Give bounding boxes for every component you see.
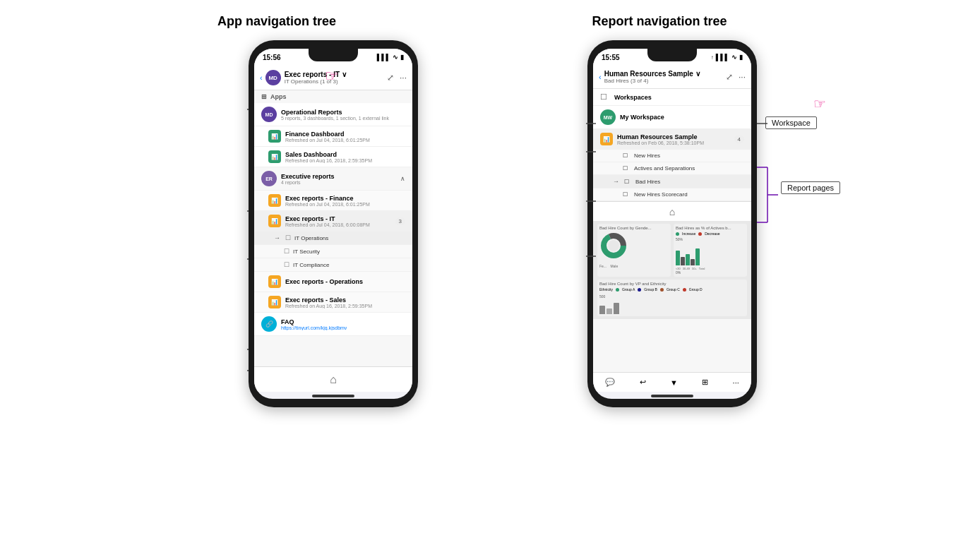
sales-dashboard-title: Sales Dashboard: [285, 151, 405, 158]
sales-icon: 📊: [268, 150, 281, 163]
right-right-labels: Workspace Report pages: [760, 40, 844, 407]
operational-reports-subtitle: 5 reports, 3 dashboards, 1 section, 1 ex…: [281, 116, 405, 121]
right-app-bar: ‹ Human Resources Sample ∨ Bad Hires (3 …: [593, 66, 751, 89]
label-report-pages-box: Report pages: [781, 181, 840, 194]
more-bottom-icon[interactable]: ···: [733, 378, 739, 387]
eth-bar3: [614, 303, 619, 314]
exec-sales-item[interactable]: 📊 Exec reports - Sales Refreshed on Aug …: [254, 292, 412, 313]
right-app-title: Human Resources Sample ∨: [604, 70, 726, 78]
filter-icon[interactable]: ▼: [670, 378, 678, 387]
zero-label: 0%: [676, 270, 745, 275]
app-title-block-left: Exec reports - IT ∨ IT Operations (1 of …: [285, 71, 387, 85]
new-hires-label: New Hires: [634, 152, 660, 159]
decrease-dot: [698, 232, 702, 236]
new-hires-scorecard-page[interactable]: ☐ New Hires Scorecard: [593, 188, 751, 201]
it-comp-icon: ☐: [284, 261, 289, 268]
it-compliance-label: IT Compliance: [293, 262, 329, 268]
chevron-up-icon: ∧: [400, 175, 405, 182]
bar5: [695, 248, 700, 265]
actives-label: Actives and Separations: [634, 165, 695, 172]
new-hires-icon: ☐: [623, 152, 628, 159]
operational-reports-content: Operational Reports 5 reports, 3 dashboa…: [281, 109, 405, 121]
finance-dashboard-content: Finance Dashboard Refreshed on Jul 04, 2…: [285, 131, 405, 143]
finance-dashboard-item[interactable]: 📊 Finance Dashboard Refreshed on Jul 04,…: [254, 126, 412, 147]
chart-row-bottom: Bad Hire Count by VP and Ethnicity Ethni…: [597, 280, 747, 316]
actives-icon: ☐: [623, 165, 628, 172]
right-phone-screen: 15:55 Safari ↑ ▌▌▌ ∿ ▮ ‹ Human Res: [593, 49, 751, 399]
back-button-left[interactable]: ‹: [260, 73, 263, 82]
executive-reports-title: Executive reports: [281, 173, 396, 180]
expand-icon-right[interactable]: ⤢: [726, 72, 733, 82]
exec-it-subtitle: Refreshed on Jul 04, 2018, 6:00:08PM: [285, 222, 391, 227]
it-ops-icon: ☐: [285, 234, 291, 241]
right-app-subtitle: Bad Hires (3 of 4): [604, 78, 726, 84]
chart-ethnicity-title: Bad Hire Count by VP and Ethnicity: [599, 282, 745, 286]
md-avatar: MD: [261, 107, 277, 122]
exec-finance-item[interactable]: 📊 Exec reports - Finance Refreshed on Ju…: [254, 191, 412, 211]
it-operations-item[interactable]: → ☐ IT Operations: [254, 232, 412, 245]
left-app-subtitle: IT Operations (1 of 3): [285, 78, 387, 85]
more-icon-right[interactable]: ···: [739, 72, 746, 82]
sales-dashboard-item[interactable]: 📊 Sales Dashboard Refreshed on Aug 16, 2…: [254, 147, 412, 167]
exec-it-content: Exec reports - IT Refreshed on Jul 04, 2…: [285, 215, 391, 227]
exec-ops-item[interactable]: 📊 Exec reports - Operations: [254, 272, 412, 292]
faq-link[interactable]: https://tinyurl.com/kjg.kjsdbmv: [281, 325, 405, 330]
it-operations-label: IT Operations: [294, 235, 328, 241]
phone-notch-right: [647, 49, 697, 61]
left-app-bar: ‹ MD Exec reports - IT ∨ IT Operations (…: [254, 66, 412, 90]
left-phone-screen: 15:56 Safari ▌▌▌ ∿ ▮ ‹ MD: [254, 49, 412, 399]
executive-reports-section[interactable]: ER Executive reports 4 reports ∧: [254, 167, 412, 191]
phone-notch-left: [309, 49, 358, 61]
chat-icon[interactable]: 💬: [605, 378, 615, 387]
right-status-icons: ↑ ▌▌▌ ∿ ▮: [711, 54, 743, 61]
finance-dashboard-subtitle: Refreshed on Jul 04, 2018, 6:01:25PM: [285, 138, 405, 143]
hr-sample-item[interactable]: 📊 Human Resources Sample Refreshed on Fe…: [593, 129, 751, 150]
right-signal-icon: ▌▌▌: [716, 54, 729, 61]
group-a-label: Group A: [622, 287, 635, 292]
left-diagram-title: App navigation tree: [217, 14, 336, 29]
right-home-section: ⌂: [593, 201, 751, 221]
right-home-indicator: [651, 395, 693, 397]
bad-hires-page[interactable]: → ☐ Bad Hires: [593, 175, 751, 188]
actives-separations-page[interactable]: ☐ Actives and Separations: [593, 162, 751, 175]
group-b-dot: [638, 288, 641, 292]
wifi-icon: ∿: [393, 54, 398, 61]
group-c-dot: [660, 288, 664, 292]
workspaces-item[interactable]: ☐ Workspaces: [593, 89, 751, 106]
right-phone: 15:55 Safari ↑ ▌▌▌ ∿ ▮ ‹ Human Res: [587, 40, 757, 407]
sales-dashboard-subtitle: Refreshed on Aug 16, 2018, 2:59:35PM: [285, 158, 405, 163]
undo-icon[interactable]: ↩: [640, 378, 646, 387]
exec-sales-icon: 📊: [268, 296, 281, 308]
faq-item[interactable]: 🔗 FAQ https://tinyurl.com/kjg.kjsdbmv: [254, 313, 412, 336]
more-icon-left[interactable]: ···: [400, 73, 407, 83]
operational-reports-item[interactable]: MD Operational Reports 5 reports, 3 dash…: [254, 103, 412, 126]
donut-svg: [599, 232, 628, 260]
bar2: [681, 257, 685, 265]
left-phone: 15:56 Safari ▌▌▌ ∿ ▮ ‹ MD: [249, 40, 418, 407]
exec-ops-icon: 📊: [268, 275, 281, 288]
back-button-right[interactable]: ‹: [599, 73, 602, 81]
chart-donut-title: Bad Hire Count by Gende...: [599, 226, 669, 230]
ethnicity-legend: Ethnicity Group A Group B Group C Gr: [599, 287, 745, 292]
new-hires-page[interactable]: ☐ New Hires: [593, 150, 751, 162]
exec-it-icon: 📊: [268, 215, 281, 227]
grid-icon[interactable]: ⊞: [702, 378, 708, 387]
right-app-bar-icons: ⤢ ···: [726, 72, 746, 82]
home-icon-right[interactable]: ⌂: [669, 206, 675, 217]
right-diagram-title: Report navigation tree: [592, 14, 727, 29]
faq-title: FAQ: [281, 318, 405, 325]
sales-dashboard-content: Sales Dashboard Refreshed on Aug 16, 201…: [285, 151, 405, 163]
it-security-item[interactable]: ☐ IT Security: [254, 245, 412, 258]
expand-icon-left[interactable]: ⤢: [387, 73, 394, 83]
my-workspace-label: My Workspace: [620, 114, 744, 121]
eth-bar2: [606, 308, 612, 314]
it-compliance-item[interactable]: ☐ IT Compliance: [254, 258, 412, 272]
bar3: [686, 254, 690, 266]
left-time: 15:56: [263, 54, 281, 61]
left-diagram: App navigation tree Current app App sect…: [136, 14, 418, 407]
my-workspace-item[interactable]: MW My Workspace: [593, 106, 751, 129]
home-icon-left[interactable]: ⌂: [330, 373, 337, 386]
right-diagram: Report navigation tree Report location C…: [474, 14, 844, 407]
left-home-bar: ⌂: [254, 366, 412, 392]
exec-it-item[interactable]: 📊 Exec reports - IT Refreshed on Jul 04,…: [254, 211, 412, 232]
